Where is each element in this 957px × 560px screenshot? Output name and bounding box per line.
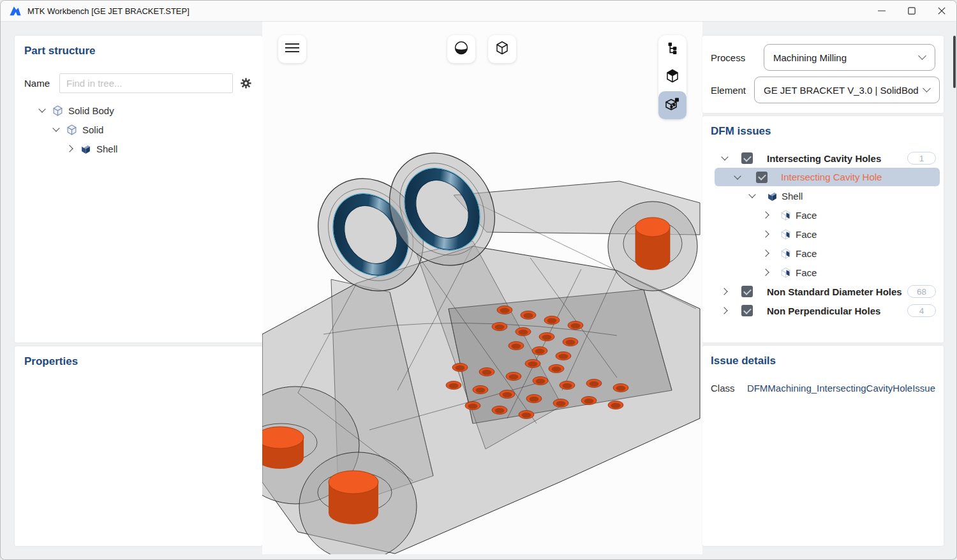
wireframe-mode-button[interactable] [488,35,516,63]
issue-details-panel: Issue details Class DFMMachining_Interse… [702,346,944,546]
maximize-button[interactable] [896,1,926,22]
tree-item-label: Solid [82,124,103,135]
chevron-down-icon[interactable] [37,105,47,115]
dfm-node-label: Face [796,267,817,278]
checkbox-checked[interactable] [741,305,753,316]
issue-count-badge: 68 [907,285,936,298]
dfm-node-label: Face [796,210,817,221]
model-canvas[interactable] [262,36,702,554]
analysis-selectors-panel: Process Machining Milling Element GE JET… [702,36,944,113]
dfm-group-intersecting[interactable]: Intersecting Cavity Holes 1 [711,149,944,168]
dfm-node-label: Face [796,229,817,240]
chevron-down-icon[interactable] [720,153,730,163]
part-structure-panel: Part structure Name [15,36,262,343]
issue-details-title: Issue details [711,355,935,367]
name-label: Name [24,78,51,89]
show-issues-on-model-button[interactable] [658,91,686,119]
structure-tree-view-button[interactable] [658,35,686,63]
dfm-group-non-perpendicular[interactable]: Non Perpendicular Holes 4 [711,301,944,320]
issue-count-badge: 1 [907,152,936,165]
chevron-down-icon [918,53,927,62]
issue-count-badge: 4 [907,304,936,317]
chevron-right-icon[interactable] [65,144,75,154]
chevron-right-icon[interactable] [761,229,771,239]
properties-title: Properties [24,355,253,368]
solid-cube-icon [66,124,77,135]
chevron-down-icon[interactable] [51,124,61,135]
show-faces-button[interactable] [658,63,686,91]
chevron-right-icon[interactable] [720,306,730,316]
viewport-3d [262,22,702,554]
part-structure-tree: Solid Body Solid Shell [24,101,253,158]
checkbox-checked[interactable] [756,172,768,183]
element-label: Element [711,85,746,96]
structure-tree-icon [665,41,679,57]
process-label: Process [711,52,755,63]
close-button[interactable] [926,1,956,22]
hamburger-menu-icon [285,43,299,55]
title-bar: MTK Workbench [GE JET BRACKET.STEP] [1,1,956,22]
cube-face-icon [665,68,680,86]
chevron-right-icon[interactable] [761,248,771,258]
dfm-node-label: Shell [782,191,803,202]
dfm-face-node[interactable]: Face [711,225,944,244]
dfm-face-node[interactable]: Face [711,205,944,225]
wireframe-cube-icon [494,40,510,58]
face-icon [780,210,791,221]
class-value: DFMMachining_IntersectingCavityHoleIssue [747,383,935,394]
right-panel-scrollbar[interactable] [953,36,956,88]
shell-icon [80,144,91,154]
chevron-down-icon[interactable] [732,172,743,182]
tree-item-label: Shell [96,144,117,154]
process-select[interactable]: Machining Milling [764,44,935,71]
tree-item-label: Solid Body [68,105,114,116]
tree-item-solid-body[interactable]: Solid Body [24,101,253,120]
dfm-face-node[interactable]: Face [711,244,944,263]
tree-item-solid[interactable]: Solid [24,120,253,139]
dfm-issue-selected[interactable]: Intersecting Cavity Hole [715,168,940,186]
dfm-group-label: Non Standard Diameter Holes [767,286,902,297]
shell-icon [767,191,778,202]
dfm-face-node[interactable]: Face [711,263,944,282]
display-filter-toolbar [658,35,686,119]
dfm-node-label: Face [796,248,817,259]
chevron-down-icon[interactable] [747,191,757,201]
dfm-group-label: Non Perpendicular Holes [767,306,880,316]
dfm-issue-label: Intersecting Cavity Hole [781,172,882,182]
face-icon [780,267,791,278]
window-title: MTK Workbench [GE JET BRACKET.STEP] [27,6,189,16]
dfm-group-label: Intersecting Cavity Holes [767,153,881,164]
tree-item-shell[interactable]: Shell [24,139,253,158]
app-window: MTK Workbench [GE JET BRACKET.STEP] Part… [0,0,957,560]
dfm-group-non-standard[interactable]: Non Standard Diameter Holes 68 [711,282,944,301]
find-in-tree-input[interactable] [59,73,233,93]
app-logo-icon [9,4,22,17]
properties-panel: Properties [15,346,262,546]
minimize-button[interactable] [866,1,896,22]
chevron-right-icon[interactable] [761,267,771,277]
class-label: Class [711,383,747,394]
face-icon [780,229,791,240]
chevron-down-icon [923,85,931,94]
viewport-menu-button[interactable] [278,35,306,63]
chevron-right-icon[interactable] [761,210,771,220]
part-structure-title: Part structure [24,45,253,57]
process-value: Machining Milling [773,52,914,63]
element-select[interactable]: GE JET BRACKET V_3.0 | SolidBod [754,77,940,103]
dfm-issues-title: DFM issues [711,125,944,138]
checkbox-checked[interactable] [741,152,753,164]
cube-points-icon [665,96,680,114]
dfm-shell-node[interactable]: Shell [711,186,944,205]
shaded-sphere-icon [454,40,469,58]
body-cube-icon [52,105,63,116]
shading-mode-button[interactable] [447,35,475,63]
element-value: GE JET BRACKET V_3.0 | SolidBod [764,85,919,96]
dfm-issues-panel: DFM issues Intersecting Cavity Holes 1 I… [702,116,944,343]
chevron-right-icon[interactable] [720,286,730,297]
checkbox-checked[interactable] [741,286,753,297]
tree-settings-gear-icon[interactable] [239,77,253,91]
face-icon [780,248,791,259]
